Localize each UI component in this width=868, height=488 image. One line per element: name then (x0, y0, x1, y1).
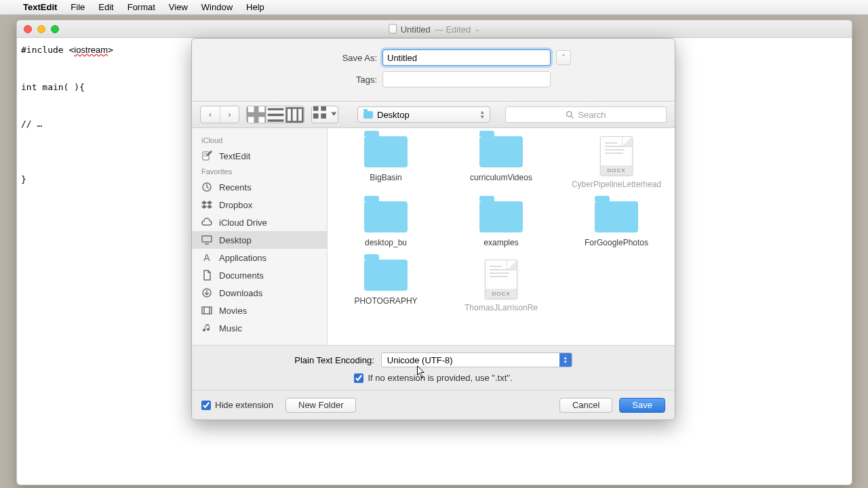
file-item-label: BigBasin (370, 173, 401, 182)
encoding-label: Plain Text Encoding: (294, 355, 374, 365)
sidebar-item-music[interactable]: Music (192, 319, 327, 337)
sidebar-item-label: Applications (219, 253, 267, 263)
encoding-popup[interactable]: Unicode (UTF-8) ▴▾ (381, 352, 572, 367)
docx-icon: DOCX (485, 260, 517, 299)
sidebar-item-label: TextEdit (219, 151, 250, 161)
use-txt-checkbox-label: If no extension is provided, use ".txt". (368, 373, 512, 383)
sidebar-item-recents[interactable]: Recents (192, 178, 327, 196)
file-item-label: curriculumVideos (470, 173, 532, 182)
textedit-icon (201, 150, 212, 161)
file-item-label: ThomasJLarrisonRe (465, 303, 538, 312)
titlebar[interactable]: Untitled — Edited ⌄ (17, 20, 852, 38)
file-grid[interactable]: BigBasincurriculumVideosDOCXCyberPipelin… (328, 128, 675, 345)
apps-icon: A (201, 252, 212, 263)
svg-point-15 (567, 112, 572, 117)
sidebar-item-applications[interactable]: AApplications (192, 249, 327, 266)
sidebar-item-label: iCloud Drive (219, 218, 267, 228)
window-title-text: Untitled (401, 24, 431, 34)
file-item[interactable]: PHOTOGRAPHY (332, 260, 440, 312)
sidebar-item-label: Recents (219, 182, 252, 192)
svg-marker-21 (201, 201, 207, 205)
file-item-label: examples (484, 238, 518, 247)
movies-icon (201, 305, 212, 316)
sidebar-item-desktop[interactable]: Desktop (192, 231, 327, 249)
cloud-icon (201, 217, 212, 228)
window-close[interactable] (24, 25, 32, 33)
svg-marker-23 (201, 205, 207, 209)
hide-extension-checkbox[interactable]: Hide extension (201, 400, 273, 410)
desktop-icon (201, 235, 212, 245)
sidebar-item-icloud-drive[interactable]: iCloud Drive (192, 214, 327, 231)
sidebar-item-movies[interactable]: Movies (192, 302, 327, 319)
document-icon (389, 24, 397, 34)
menu-app-name[interactable]: TextEdit (16, 2, 64, 12)
menubar: TextEdit File Edit Format View Window He… (0, 0, 868, 15)
save-as-field[interactable] (382, 49, 551, 66)
file-item-label: desktop_bu (365, 238, 407, 247)
svg-marker-24 (207, 205, 212, 209)
file-item[interactable]: desktop_bu (332, 201, 440, 247)
use-txt-checkbox[interactable]: If no extension is provided, use ".txt". (354, 373, 512, 383)
popup-chevron-icon: ▴▾ (481, 110, 484, 119)
window-edited-suffix: — Edited (435, 24, 471, 34)
location-popup[interactable]: Desktop ▴▾ (357, 106, 490, 123)
folder-icon (363, 111, 373, 119)
search-field[interactable]: Search (505, 106, 667, 123)
tags-label: Tags: (296, 75, 377, 85)
cancel-button[interactable]: Cancel (559, 398, 612, 413)
nav-back-button[interactable]: ‹ (201, 106, 220, 123)
view-icons-button[interactable] (247, 106, 266, 123)
svg-rect-3 (259, 117, 265, 123)
use-txt-checkbox-box[interactable] (354, 373, 363, 383)
sidebar: iCloudTextEditFavoritesRecentsDropboxiCl… (192, 128, 328, 345)
location-name: Desktop (377, 110, 410, 120)
tags-field[interactable] (382, 71, 551, 87)
search-placeholder: Search (578, 110, 606, 120)
sidebar-item-documents[interactable]: Documents (192, 266, 327, 284)
svg-rect-1 (259, 106, 265, 113)
hide-extension-checkbox-box[interactable] (201, 401, 211, 410)
folder-icon (364, 136, 408, 167)
menu-view[interactable]: View (162, 2, 195, 12)
menu-edit[interactable]: Edit (92, 2, 120, 12)
file-item[interactable]: BigBasin (332, 136, 440, 189)
svg-marker-22 (207, 201, 212, 205)
save-button[interactable]: Save (619, 398, 665, 413)
svg-rect-7 (287, 108, 303, 121)
menu-help[interactable]: Help (239, 2, 271, 12)
collapse-dialog-button[interactable]: ˆ (556, 50, 571, 65)
arrange-menu-button[interactable] (312, 106, 338, 123)
sidebar-item-label: Movies (219, 306, 247, 316)
window-minimize[interactable] (37, 25, 45, 33)
file-item-label: PHOTOGRAPHY (354, 296, 417, 306)
file-item[interactable]: examples (447, 201, 555, 247)
file-item[interactable]: curriculumVideos (447, 136, 555, 189)
folder-icon (479, 201, 523, 232)
svg-rect-11 (321, 106, 326, 110)
sidebar-item-label: Desktop (219, 235, 252, 245)
view-list-button[interactable] (266, 106, 285, 123)
title-disclosure-icon[interactable]: ⌄ (475, 26, 480, 33)
svg-line-16 (572, 116, 574, 118)
new-folder-button[interactable]: New Folder (285, 398, 356, 413)
svg-rect-10 (313, 106, 319, 110)
svg-rect-13 (321, 113, 326, 119)
sidebar-item-downloads[interactable]: Downloads (192, 284, 327, 302)
menu-window[interactable]: Window (195, 2, 239, 12)
save-options: Plain Text Encoding: Unicode (UTF-8) ▴▾ … (192, 345, 675, 390)
file-item[interactable]: DOCXThomasJLarrisonRe (447, 260, 555, 312)
menu-file[interactable]: File (64, 2, 92, 12)
window-zoom[interactable] (51, 25, 59, 33)
sidebar-heading: Favorites (192, 165, 327, 178)
file-item[interactable]: DOCXCyberPipelineLetterhead (562, 136, 671, 189)
sidebar-item-dropbox[interactable]: Dropbox (192, 196, 327, 214)
file-item[interactable]: ForGooglePhotos (562, 201, 671, 247)
view-columns-button[interactable] (285, 106, 304, 123)
docs-icon (201, 270, 212, 281)
svg-text:A: A (203, 252, 210, 263)
menu-format[interactable]: Format (121, 2, 162, 12)
sidebar-item-label: Documents (219, 270, 264, 281)
sidebar-item-textedit[interactable]: TextEdit (192, 147, 327, 165)
nav-forward-button[interactable]: › (220, 106, 239, 123)
folder-icon (364, 201, 408, 232)
